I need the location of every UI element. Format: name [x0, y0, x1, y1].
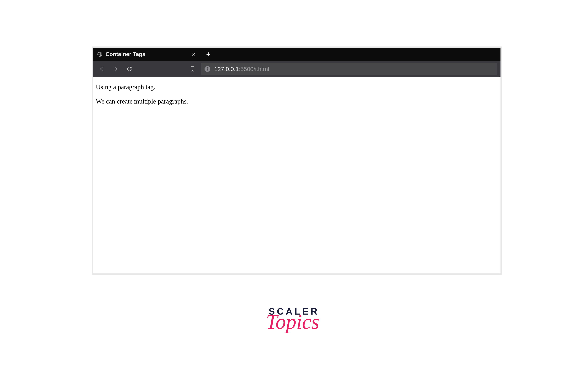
- globe-icon: [97, 52, 102, 57]
- browser-tab[interactable]: Container Tags ×: [93, 48, 200, 61]
- url-host: 127.0.0.1: [214, 66, 239, 72]
- back-button[interactable]: [96, 63, 107, 74]
- close-tab-button[interactable]: ×: [190, 51, 197, 58]
- svg-rect-5: [207, 68, 208, 70]
- tab-strip: Container Tags × +: [93, 48, 501, 61]
- info-icon: [204, 66, 210, 72]
- browser-toolbar: 127.0.0.1:5500/i.html: [93, 61, 501, 77]
- address-bar[interactable]: 127.0.0.1:5500/i.html: [201, 63, 497, 75]
- scaler-watermark: SCALER Topics: [267, 306, 321, 332]
- page-viewport: Using a paragraph tag. We can create mul…: [93, 77, 501, 273]
- url-path: :5500/i.html: [239, 66, 269, 72]
- new-tab-button[interactable]: +: [205, 50, 212, 58]
- browser-window: Container Tags × +: [92, 46, 502, 275]
- url-display: 127.0.0.1:5500/i.html: [214, 66, 269, 72]
- paragraph-1: Using a paragraph tag.: [96, 83, 498, 91]
- reload-button[interactable]: [124, 63, 135, 74]
- forward-button[interactable]: [110, 63, 121, 74]
- svg-point-4: [207, 67, 208, 68]
- watermark-line2: Topics: [266, 311, 319, 332]
- tab-title: Container Tags: [106, 51, 190, 57]
- paragraph-2: We can create multiple paragraphs.: [96, 97, 498, 106]
- bookmark-button[interactable]: [188, 64, 197, 74]
